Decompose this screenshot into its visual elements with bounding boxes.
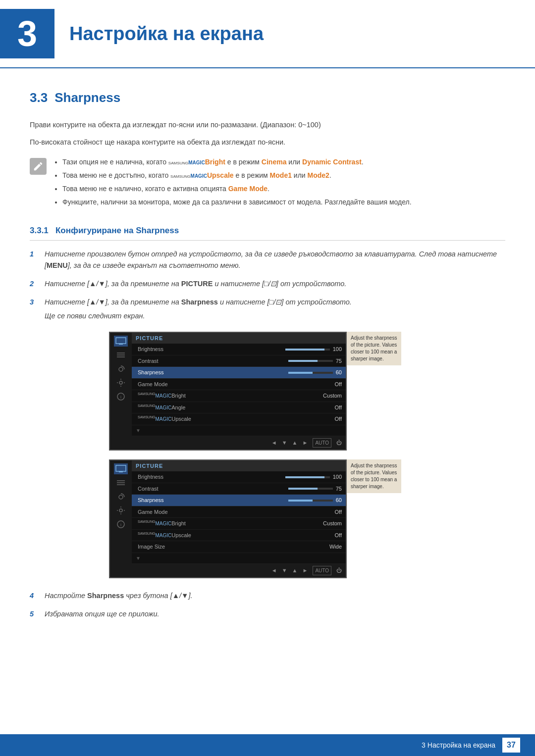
sidebar-icon-rotate [114,363,128,374]
monitor-screenshot-2: i PICTURE Brightness 100 Contrast [109,459,347,578]
svg-rect-10 [119,471,123,472]
monitor-outer-1: i PICTURE Brightness 100 Contrast [109,332,505,451]
lines-icon [116,352,126,358]
subsection-heading: 3.3.1 Конфигуриране на Sharpness [30,224,505,241]
section-title: Sharpness [54,88,120,107]
footer-page-number: 37 [502,738,520,753]
step-number-2: 2 [30,278,39,290]
note-bullets: Тази опция не е налична, когато SAMSUNGM… [54,157,412,210]
svg-point-15 [119,509,122,512]
monitor-screenshot-1: i PICTURE Brightness 100 Contrast [109,332,347,451]
step-text-5: Избраната опция ще се приложи. [45,608,505,620]
footer-chapter-label: 3 Настройка на екрана [422,740,495,751]
menu-item-brightness-2: Brightness 100 [132,471,346,483]
menu-item-sharpness-1: Sharpness 60 [132,367,346,379]
lines-icon-2 [116,479,126,486]
note-block: Тази опция не е налична, когато SAMSUNGM… [30,157,505,210]
page-header: 3 Настройка на екрана [0,0,535,68]
menu-item-contrast-1: Contrast 75 [132,355,346,367]
step-sub-3: Ще се появи следният екран. [45,310,505,322]
subsection-number: 3.3.1 [30,226,49,235]
info-icon: i [117,393,125,401]
menu-bottom-bar-2: ◄ ▼ ▲ ► AUTO ⏻ [132,564,346,577]
pencil-icon [33,161,44,172]
chapter-title: Настройка на екрана [69,20,264,48]
section-heading: 3.3 Sharpness [30,88,505,107]
chapter-number-box: 3 [0,9,54,58]
gear-icon-2 [116,506,125,515]
menu-item-arrow-1: ▼ [132,425,346,436]
menu-item-gamemode-1: Game Mode Off [132,379,346,391]
svg-text:i: i [120,522,121,527]
sidebar-icon-lines-2 [114,477,128,488]
step-number-4: 4 [30,590,39,602]
step-text-1: Натиснете произволен бутон отпред на уст… [45,249,505,271]
info-icon-2: i [117,520,125,528]
sidebar-icon-display [114,336,128,347]
step-text-2: Натиснете [▲/▼], за да преминете на PICT… [45,278,505,290]
note-item-4: Функциите, налични за монитора, може да … [62,197,412,207]
step-text-3: Натиснете [▲/▼], за да преминете на Shar… [45,297,505,321]
step-number-1: 1 [30,249,39,271]
chapter-number: 3 [17,7,37,60]
sidebar-icon-info-2: i [114,519,128,530]
step-1: 1 Натиснете произволен бутон отпред на у… [30,249,505,271]
display-icon-2 [115,465,126,473]
sidebar-icon-gear [114,377,128,388]
menu-item-gamemode-2: Game Mode Off [132,506,346,518]
monitor-help-1: Adjust the sharpness of the picture. Val… [347,332,401,365]
menu-item-arrow-2: ▼ [132,553,346,564]
note-item-3: Това меню не е налично, когато е активна… [62,184,412,194]
steps-list-4-5: 4 Настройте Sharpness чрез бутона [▲/▼].… [30,590,505,620]
svg-text:i: i [120,395,121,400]
menu-item-magicangle-1: SAMSUNGMAGICAngle Off [132,402,346,414]
main-content: 3.3 Sharpness Прави контурите на обекта … [0,88,535,669]
samsung-magic-bright-label: SAMSUNGMAGIC [168,160,205,165]
subsection-title: Конфигуриране на Sharpness [55,226,179,235]
samsung-magic-upscale-label: SAMSUNGMAGIC [170,174,207,179]
rotate-icon-2 [116,492,126,501]
menu-item-magicbright-2: SAMSUNGMAGICBright Custom [132,518,346,530]
svg-point-6 [119,381,122,384]
step-2: 2 Натиснете [▲/▼], за да преминете на PI… [30,278,505,290]
menu-item-magicupscale-2: SAMSUNGMAGICUpscale Off [132,530,346,542]
monitor-sidebar-2: i [110,460,132,533]
monitor-help-2: Adjust the sharpness of the picture. Val… [347,459,401,493]
section-number: 3.3 [30,88,48,107]
steps-list: 1 Натиснете произволен бутон отпред на у… [30,249,505,322]
sidebar-icon-gear-2 [114,505,128,516]
footer-text: 3 Настройка на екрана 37 [422,738,520,753]
monitor-menu-2: PICTURE Brightness 100 Contrast 75 [132,460,346,577]
svg-rect-0 [116,338,126,344]
step-5: 5 Избраната опция ще се приложи. [30,608,505,620]
step-text-4: Настройте Sharpness чрез бутона [▲/▼]. [45,590,505,602]
menu-header-1: PICTURE [132,333,346,344]
monitor-outer-2: i PICTURE Brightness 100 Contrast [109,459,505,578]
menu-bottom-bar-1: ◄ ▼ ▲ ► AUTO ⏻ [132,436,346,450]
description-2: По-високата стойност ще накара контурите… [30,137,505,148]
note-item-2: Това меню не е достъпно, когато SAMSUNGM… [62,170,412,181]
step-number-5: 5 [30,608,39,620]
sidebar-icon-display-2 [114,463,128,474]
step-4: 4 Настройте Sharpness чрез бутона [▲/▼]. [30,590,505,602]
step-3: 3 Натиснете [▲/▼], за да преминете на Sh… [30,297,505,321]
note-icon [30,158,47,175]
sidebar-icon-lines [114,350,128,360]
display-icon [115,337,126,345]
menu-item-sharpness-2: Sharpness 60 [132,495,346,506]
monitor-sidebar-1: i [110,333,132,405]
menu-item-imagesize-2: Image Size Wide [132,541,346,553]
screenshots-area: i PICTURE Brightness 100 Contrast [109,332,505,578]
svg-rect-1 [119,344,123,345]
sidebar-icon-info: i [114,391,128,402]
page-footer: 3 Настройка на екрана 37 [0,734,535,756]
menu-header-2: PICTURE [132,460,346,472]
menu-item-magicupscale-1: SAMSUNGMAGICUpscale Off [132,413,346,425]
monitor-menu-1: PICTURE Brightness 100 Contrast 75 [132,333,346,450]
step-number-3: 3 [30,297,39,321]
sidebar-icon-rotate-2 [114,491,128,502]
gear-icon [116,378,125,387]
note-item-1: Тази опция не е налична, когато SAMSUNGM… [62,157,412,167]
menu-item-brightness-1: Brightness 100 [132,344,346,355]
description-1: Прави контурите на обекта да изглеждат п… [30,119,505,131]
